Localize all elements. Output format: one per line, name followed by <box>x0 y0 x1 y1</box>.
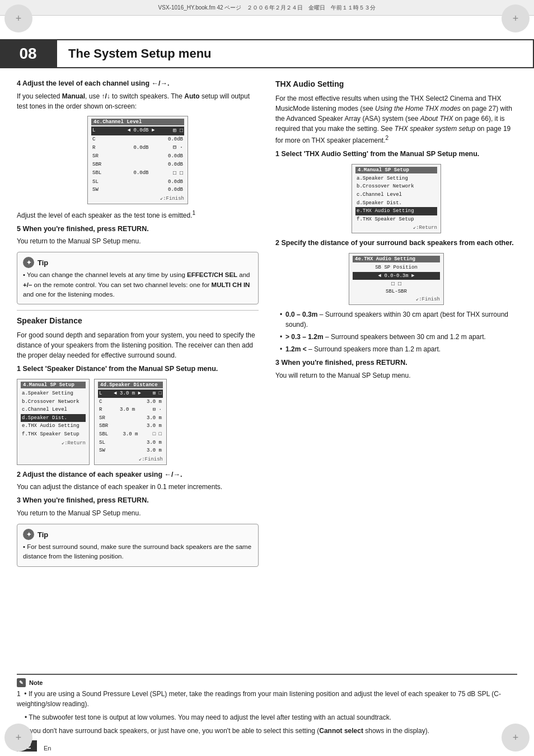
sd-dist-SR: SR3.0 m <box>98 414 163 422</box>
screen1-row-L: L ◄ 0.0dB ► ⊞ □ <box>91 126 184 135</box>
sd-dist-R: R3.0 m⊟ · <box>98 406 163 414</box>
step1-sd-heading: 1 Select 'Speaker Distance' from the Man… <box>17 364 259 374</box>
thx-heading: THX Audio Setting <box>275 78 517 90</box>
thx-body: For the most effective results when usin… <box>275 93 517 145</box>
thx-menu-footer: ↙:Return <box>355 224 437 231</box>
thx-sb-sublabel: SBL-SBR <box>353 288 440 295</box>
sd-menu-row-a: a.Speaker Setting <box>21 389 86 398</box>
thx-sb-footer: ↙:Finish <box>353 296 440 302</box>
sd-menu-row-b: b.Crossover Network <box>21 398 86 406</box>
sd-dist-SL: SL3.0 m <box>98 439 163 447</box>
sd-menu-footer: ↙:Return <box>21 440 86 446</box>
header-bar: VSX-1016_HY.book.fm 42 ページ ２００６年２月２４日 金曜… <box>0 0 534 16</box>
thx-sb-label: SB SP Position <box>353 264 440 272</box>
section4-body1: If you selected Manual, use ↑/↓ to switc… <box>17 91 259 111</box>
right-column: THX Audio Setting For the most effective… <box>275 78 517 711</box>
step3-sd-heading: 3 When you're finished, press RETURN. <box>17 495 259 506</box>
left-column: 4 Adjust the level of each channel using… <box>17 78 259 711</box>
chapter-block: 08 <box>0 39 56 68</box>
step3-thx-body: You will return to the Manual SP Setup m… <box>275 370 517 381</box>
screen1-footer: ↙:Finish <box>91 195 184 201</box>
screen1-row-SW: SW0.0dB <box>91 186 184 194</box>
sd-menu-row-f: f.THX Speaker Setup <box>21 430 86 439</box>
note-content: 1 • If you are using a Sound Pressure Le… <box>17 689 517 736</box>
thx-menu-c: c.Channel Level <box>355 191 437 199</box>
tip1-label: Tip <box>38 259 48 267</box>
sd-menu-row-d: d.Speaker Dist. <box>21 414 86 422</box>
note-area: ✎ Note 1 • If you are using a Sound Pres… <box>17 674 517 739</box>
tip1-icon: ✦ <box>23 257 34 268</box>
section5-body: You return to the Manual SP Setup menu. <box>17 236 259 246</box>
thx-menu-e: e.THX Audio Setting <box>355 207 437 215</box>
corner-tr <box>502 4 530 32</box>
step2-thx-heading: 2 Specify the distance of your surround … <box>275 238 517 248</box>
corner-tl <box>4 4 32 32</box>
screen1-row-SBL: SBL0.0dB □ □ <box>91 169 184 178</box>
screen1-row-SBR: SBR0.0dB <box>91 161 184 169</box>
tip2-icon: ✦ <box>23 529 34 540</box>
title-area: The System Setup menu <box>56 39 534 68</box>
tip2-box: ✦ Tip • For best surround sound, make su… <box>17 524 259 567</box>
sd-dist-SBR: SBR3.0 m <box>98 422 163 430</box>
channel-level-screen: 4c.Channel Level L ◄ 0.0dB ► ⊞ □ C0.0dB … <box>87 116 188 204</box>
sd-distance-screen: 4d.Speaker Distance L◄ 3.0 m ► ⊞ □ C3.0 … <box>94 379 167 465</box>
thx-sb-icons: □ □ <box>353 280 440 288</box>
step3-sd-body: You return to the Manual SP Setup menu. <box>17 508 259 518</box>
page-lang: En <box>44 745 51 752</box>
tip1-header: ✦ Tip <box>23 257 252 268</box>
sd-dist-SBL: SBL3.0 m□ □ <box>98 430 163 439</box>
tip1-content: • You can change the channel levels at a… <box>23 270 252 299</box>
note-label: Note <box>29 679 43 686</box>
corner-bl <box>4 724 32 752</box>
section4-body2: Adjust the level of each speaker as the … <box>17 209 259 220</box>
sd-menu-row-e: e.THX Audio Setting <box>21 422 86 430</box>
sd-dist-SW: SW3.0 m <box>98 447 163 455</box>
thx-bullet-2: > 0.3 – 1.2m – Surround speakers between… <box>280 332 517 342</box>
step3-thx-heading: 3 When you're finished, press RETURN. <box>275 358 517 368</box>
content-area: 4 Adjust the level of each channel using… <box>17 78 517 711</box>
thx-bullets: 0.0 – 0.3m – Surround speakers within 30… <box>275 309 517 354</box>
thx-menu-f: f.THX Speaker Setup <box>355 215 437 224</box>
section5-heading: 5 When you're finished, press RETURN. <box>17 224 259 234</box>
note-header: ✎ Note <box>17 678 517 687</box>
note-icon: ✎ <box>17 678 26 687</box>
speaker-distance-heading: Speaker Distance <box>17 315 259 327</box>
step1-thx-heading: 1 Select 'THX Audio Setting' from the Ma… <box>275 149 517 159</box>
thx-sb-value: ◄ 0.0-0.3m ► <box>353 272 440 280</box>
thx-menu-d: d.Speaker Dist. <box>355 199 437 208</box>
chapter-number: 08 <box>19 45 36 63</box>
screen1-row-C: C0.0dB <box>91 135 184 144</box>
sd-dist-C: C3.0 m <box>98 398 163 406</box>
tip2-label: Tip <box>38 530 48 539</box>
thx-setting-screen: 4e.THX Audio Setting SB SP Position ◄ 0.… <box>349 253 444 305</box>
section4-heading: 4 Adjust the level of each channel using… <box>17 78 259 89</box>
thx-bullet-3: 1.2m < – Surround speakers more than 1.2… <box>280 344 517 354</box>
thx-bullet-1: 0.0 – 0.3m – Surround speakers within 30… <box>280 309 517 330</box>
step2-sd-heading: 2 Adjust the distance of each speaker us… <box>17 469 259 480</box>
speaker-distance-screens: 4.Manual SP Setup a.Speaker Setting b.Cr… <box>17 379 259 465</box>
screen1-row-SL: SL0.0dB <box>91 178 184 186</box>
screen1-row-SR: SR0.0dB <box>91 152 184 161</box>
thx-menu-screen: 4.Manual SP Setup a.Speaker Setting b.Cr… <box>352 164 441 234</box>
corner-br <box>502 724 530 752</box>
tip1-box: ✦ Tip • You can change the channel level… <box>17 252 259 304</box>
page-title: The System Setup menu <box>68 46 212 61</box>
screen1-row-R: R0.0dB ⊟ · <box>91 143 184 152</box>
tip2-content: • For best surround sound, make sure the… <box>23 542 252 562</box>
thx-menu-a: a.Speaker Setting <box>355 175 437 183</box>
step2-sd-body: You can adjust the distance of each spea… <box>17 482 259 492</box>
sd-menu-screen: 4.Manual SP Setup a.Speaker Setting b.Cr… <box>17 379 90 465</box>
sd-dist-L: L◄ 3.0 m ► ⊞ □ <box>98 389 163 398</box>
sd-menu-row-c: c.Channel Level <box>21 406 86 414</box>
screen1-title: 4c.Channel Level <box>91 119 184 125</box>
speaker-distance-body: For good sound depth and separation from… <box>17 330 259 360</box>
thx-menu-b: b.Crossover Network <box>355 182 437 191</box>
header-text: VSX-1016_HY.book.fm 42 ページ ２００６年２月２４日 金曜… <box>158 4 376 12</box>
sd-dist-footer: ↙:Finish <box>98 456 163 462</box>
tip2-header: ✦ Tip <box>23 529 252 540</box>
